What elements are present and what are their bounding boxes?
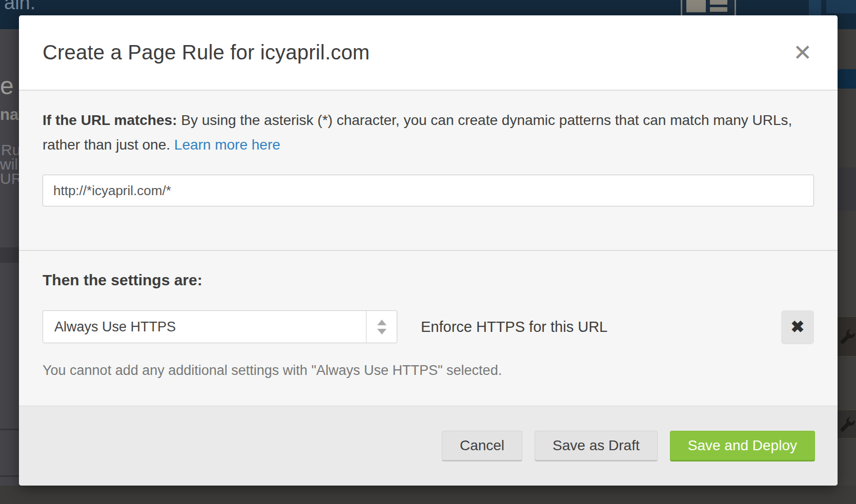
setting-description: Enforce HTTPS for this URL [421, 319, 607, 335]
dimmed-text-fragment: e [0, 72, 14, 100]
setting-select-value: Always Use HTTPS [43, 319, 366, 335]
url-match-section: If the URL matches: By using the asteris… [19, 91, 838, 250]
dimmed-page-bottom [0, 486, 856, 504]
dimmed-table-band [0, 247, 19, 263]
up-down-arrows-icon[interactable] [366, 311, 397, 343]
settings-heading: Then the settings are: [43, 271, 814, 289]
modal-title: Create a Page Rule for icyapril.com [43, 41, 370, 64]
remove-setting-icon[interactable]: ✖ [781, 310, 814, 343]
learn-more-link[interactable]: Learn more here [174, 137, 280, 153]
dimmed-button-edge [838, 69, 856, 89]
save-and-deploy-button[interactable]: Save and Deploy [670, 431, 815, 461]
setting-row: Always Use HTTPS Enforce HTTPS for this … [43, 310, 814, 343]
wrench-icon [838, 409, 856, 439]
url-match-description: If the URL matches: By using the asteris… [43, 108, 796, 157]
url-match-label: If the URL matches: [43, 112, 177, 128]
modal-header: Create a Page Rule for icyapril.com ✕ [19, 15, 838, 90]
dimmed-header-block [809, 0, 821, 16]
dimmed-row-divider [0, 475, 19, 477]
wrench-icon [838, 316, 856, 357]
dimmed-page-right [838, 29, 856, 486]
cancel-button[interactable]: Cancel [442, 431, 522, 461]
close-icon[interactable]: ✕ [791, 41, 814, 64]
setting-note: You cannot add any additional settings w… [43, 363, 814, 379]
layout-grid-icon [681, 0, 736, 17]
create-page-rule-modal: Create a Page Rule for icyapril.com ✕ If… [19, 15, 838, 486]
setting-select[interactable]: Always Use HTTPS [43, 310, 397, 343]
dimmed-row-divider [0, 429, 19, 430]
dimmed-header-block [826, 0, 856, 13]
save-as-draft-button[interactable]: Save as Draft [535, 431, 658, 461]
settings-section: Then the settings are: Always Use HTTPS … [19, 251, 838, 406]
url-pattern-input[interactable] [43, 175, 814, 206]
dimmed-table-band [838, 167, 856, 211]
dimmed-header-text-fragment: ain. [4, 0, 35, 14]
modal-footer: Cancel Save as Draft Save and Deploy [19, 406, 838, 486]
